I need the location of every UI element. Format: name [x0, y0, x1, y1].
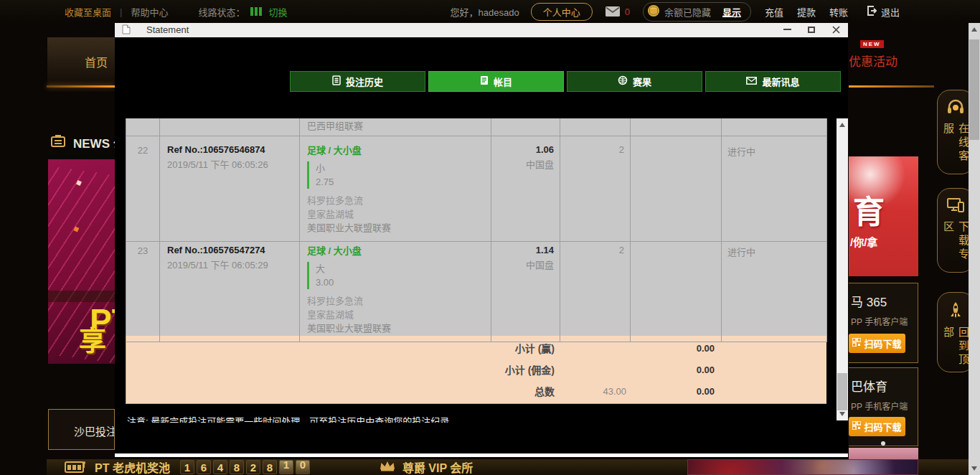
jackpot-digit: 6 — [197, 460, 211, 474]
app-title: 巴体育 — [851, 377, 887, 395]
scroll-down-arrow[interactable] — [839, 412, 845, 416]
league-name: 美国职业大联盟联赛 — [307, 321, 484, 335]
saba-label: 沙巴投注 — [74, 423, 115, 438]
market-link[interactable]: 足球 / 大小盘 — [307, 243, 484, 257]
favorite-desktop-link[interactable]: 收藏至桌面 — [65, 5, 111, 19]
summary-stake: 43.00 — [560, 386, 631, 397]
logout-button[interactable]: 退出 — [867, 5, 900, 19]
announcement-icon — [50, 134, 66, 151]
odds-value: 1.06 — [497, 144, 554, 155]
summary-row-win: 小计 (赢) 0.00 — [126, 337, 827, 359]
summary-row-total: 总数 43.00 0.00 — [126, 380, 827, 402]
maximize-button[interactable] — [799, 22, 824, 37]
minimize-button[interactable] — [775, 22, 799, 37]
table-row: 22 Ref No.:106576546874 2019/5/11 下午 06:… — [126, 136, 826, 237]
page-scrollbar[interactable] — [969, 23, 980, 475]
jackpot-label: PT 老虎机奖池 — [95, 458, 170, 475]
nav-home-label: 首页 — [85, 53, 108, 70]
summary-label: 小计 (赢) — [126, 341, 560, 355]
home-team: 科罗拉多急流 — [307, 194, 484, 207]
promo-banner-left[interactable]: PT 享 — [48, 159, 115, 364]
bet-time: 2019/5/11 下午 06:05:26 — [167, 157, 292, 171]
modal-bottom-strip — [115, 453, 848, 457]
scan-download-button[interactable]: 扫码下载 — [849, 334, 905, 353]
stake-amount: 2 — [560, 237, 631, 342]
summary-value: 0.00 — [631, 386, 722, 397]
show-balance-button[interactable]: 显示 — [722, 5, 741, 19]
away-team: 皇家盐湖城 — [307, 308, 484, 321]
app-subtitle: PP 手机客户端 — [851, 400, 908, 412]
switch-line-link[interactable]: 切换 — [268, 5, 287, 19]
jackpot-digit-rolling: 0 — [296, 460, 310, 474]
jackpot-bar: PT 老虎机奖池 1 6 4 8 2 8 1 0 尊爵 VIP 会所 — [47, 459, 980, 475]
window-title: Statement — [146, 24, 189, 35]
summary-row-commission: 小计 (佣金) 0.00 — [126, 359, 827, 380]
statement-table: 巴西甲组联赛 22 Ref No.:106576546874 2019/5/11… — [126, 118, 826, 404]
nav-active-glow-right — [849, 85, 934, 88]
nav-item-home[interactable]: 首页 — [47, 37, 115, 85]
tab-bet-history[interactable]: 投注历史 — [290, 71, 425, 92]
summary-section: 小计 (赢) 0.00 小计 (佣金) 0.00 总数 43.00 0.00 — [126, 336, 826, 404]
statement-tabs: 投注历史 帐目 赛果 最新讯息 — [290, 71, 841, 92]
logout-icon — [867, 6, 877, 18]
scrollbar-thumb[interactable] — [837, 373, 847, 410]
modal-scrollbar[interactable] — [837, 118, 848, 420]
jackpot-digit: 1 — [180, 460, 194, 474]
headset-icon — [946, 99, 965, 118]
transfer-link[interactable]: 转账 — [829, 5, 848, 19]
scan-download-label: 扫码下载 — [864, 337, 901, 350]
logout-label: 退出 — [881, 5, 900, 19]
deposit-link[interactable]: 充值 — [765, 5, 783, 19]
jackpot-digit: 8 — [263, 460, 277, 474]
bet-status: 进行中 — [722, 237, 827, 342]
saba-betting-box[interactable]: 沙巴投注 — [48, 409, 115, 450]
tab-label: 赛果 — [633, 75, 651, 88]
vip-club-label[interactable]: 尊爵 VIP 会所 — [402, 458, 473, 475]
market-link[interactable]: 足球 / 大小盘 — [307, 143, 484, 156]
page-root: 首页 NEW 优惠活动 NEWS 公告 PT 享 沙巴投注 育 /你/拿 马 3… — [0, 0, 980, 475]
odds-type: 中国盘 — [497, 157, 554, 171]
artwork-banner[interactable] — [687, 459, 918, 475]
league-name: 巴西甲组联赛 — [307, 118, 363, 132]
history-icon — [332, 75, 341, 88]
scrollbar-thumb[interactable] — [969, 39, 979, 140]
tab-label: 帐目 — [494, 75, 512, 88]
devices-icon — [946, 197, 965, 216]
statement-window: Statement 投注历史 帐目 赛果 — [115, 22, 848, 457]
summary-value: 0.00 — [631, 365, 722, 375]
app-title: 马 365 — [851, 292, 887, 310]
top-bar: 收藏至桌面 | 帮助中心 线路状态： 切换 您好，hadesado 个人中心 0… — [0, 0, 980, 23]
summary-label: 总数 — [126, 384, 560, 398]
tab-label: 最新讯息 — [762, 75, 799, 88]
tab-results[interactable]: 赛果 — [567, 71, 702, 92]
scan-download-button[interactable]: 扫码下载 — [849, 417, 905, 436]
balance-pill: 余额已隐藏 显示 — [643, 2, 751, 22]
document-icon — [122, 24, 131, 34]
help-center-link[interactable]: 帮助中心 — [131, 5, 168, 19]
scroll-up-arrow[interactable] — [839, 123, 845, 127]
row-number: 23 — [126, 237, 160, 342]
carousel-dot[interactable] — [881, 441, 885, 446]
mail-icon[interactable] — [606, 6, 620, 17]
close-button[interactable] — [824, 22, 848, 37]
scroll-up-arrow[interactable] — [971, 27, 977, 32]
user-greeting: 您好，hadesado — [451, 5, 519, 19]
scroll-down-arrow[interactable] — [971, 466, 977, 471]
new-badge: NEW — [860, 40, 884, 48]
window-title-bar[interactable]: Statement — [115, 22, 848, 37]
window-controls — [775, 22, 848, 37]
tab-statement[interactable]: 帐目 — [428, 71, 564, 92]
promo-banner-sports[interactable]: 育 /你/拿 — [849, 156, 918, 276]
crown-icon — [379, 460, 396, 474]
nav-item-promotions[interactable]: 优惠活动 — [849, 52, 897, 70]
jackpot-digit: 4 — [213, 460, 227, 474]
ref-number: Ref No.:106576547274 — [167, 245, 292, 255]
banner-sports-slogan: /你/拿 — [850, 234, 877, 249]
personal-center-button[interactable]: 个人中心 — [531, 3, 593, 21]
odds-type: 中国盘 — [497, 258, 554, 271]
row-number: 22 — [126, 136, 160, 242]
widget-label: 回到顶部 — [941, 326, 971, 372]
tab-latest-news[interactable]: 最新讯息 — [705, 71, 841, 92]
ball-icon — [618, 75, 628, 88]
withdraw-link[interactable]: 提款 — [797, 5, 816, 19]
